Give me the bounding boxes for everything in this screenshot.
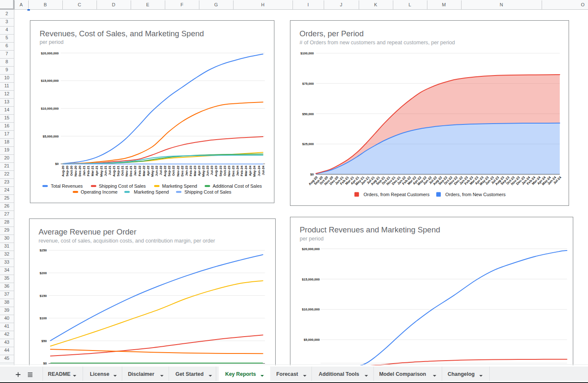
svg-text:Dec-21: Dec-21 — [129, 165, 133, 176]
svg-text:Apr-22: Apr-22 — [146, 165, 150, 176]
svg-text:$0: $0 — [310, 173, 314, 176]
svg-text:$20,000,000: $20,000,000 — [40, 51, 58, 55]
svg-text:Mar-22: Mar-22 — [142, 165, 145, 176]
svg-text:Feb-23: Feb-23 — [188, 165, 192, 176]
svg-text:Product Revenues and Marketing: Product Revenues and Marketing Spend — [300, 225, 440, 234]
svg-text:Mar-23: Mar-23 — [193, 165, 196, 176]
svg-text:$100,000: $100,000 — [301, 51, 314, 55]
svg-text:Aug-20: Aug-20 — [61, 165, 64, 177]
svg-text:Jan-23: Jan-23 — [184, 165, 188, 176]
svg-text:Dec-22: Dec-22 — [180, 165, 184, 176]
svg-text:# of Orders from new customers: # of Orders from new customers and repea… — [300, 40, 455, 46]
svg-text:Marketing Spend: Marketing Spend — [134, 189, 169, 194]
svg-text:Feb-24: Feb-24 — [240, 165, 244, 176]
svg-text:Shipping Cost of Sales: Shipping Cost of Sales — [99, 183, 146, 189]
svg-text:May-24: May-24 — [252, 165, 256, 177]
svg-text:$15,000,000: $15,000,000 — [40, 79, 58, 83]
svg-text:Total Revenues: Total Revenues — [51, 183, 83, 189]
svg-text:$5,000,000: $5,000,000 — [303, 338, 320, 342]
svg-text:$150: $150 — [40, 294, 47, 297]
svg-text:Orders, per Period: Orders, per Period — [300, 29, 364, 38]
svg-text:Jun-23: Jun-23 — [206, 165, 209, 176]
svg-text:Feb-22: Feb-22 — [137, 165, 141, 176]
svg-text:Marketing Spend: Marketing Spend — [162, 183, 197, 189]
svg-text:Apr-24: Apr-24 — [248, 165, 252, 176]
svg-text:$25,000: $25,000 — [302, 142, 314, 146]
svg-text:Mar-24: Mar-24 — [244, 165, 248, 176]
svg-text:Orders, from Repeat Customers: Orders, from Repeat Customers — [364, 192, 430, 197]
svg-text:Jul-24: Jul-24 — [261, 165, 265, 175]
svg-text:Jan-24: Jan-24 — [235, 165, 239, 176]
svg-text:per period: per period — [300, 236, 324, 242]
svg-text:Oct-21: Oct-21 — [121, 165, 124, 176]
svg-text:$250: $250 — [40, 248, 47, 252]
svg-text:$50: $50 — [41, 339, 47, 343]
svg-text:$100: $100 — [40, 316, 47, 320]
svg-text:Shipping Cost of Sales: Shipping Cost of Sales — [184, 189, 231, 194]
svg-text:May-23: May-23 — [201, 165, 205, 177]
svg-text:Oct-23: Oct-23 — [223, 165, 226, 176]
svg-text:Jan-21: Jan-21 — [82, 165, 86, 176]
svg-text:Mar-21: Mar-21 — [91, 165, 94, 176]
svg-text:Jun-22: Jun-22 — [154, 165, 158, 176]
svg-text:Apr-23: Apr-23 — [197, 165, 201, 176]
svg-text:Jan-22: Jan-22 — [133, 165, 137, 176]
svg-text:Sep-20: Sep-20 — [65, 165, 69, 176]
svg-text:Aug-23: Aug-23 — [214, 165, 218, 177]
svg-text:Average Revenue per Order: Average Revenue per Order — [38, 227, 136, 236]
svg-text:$0: $0 — [55, 162, 58, 166]
svg-text:Revenues, Cost of Sales, and M: Revenues, Cost of Sales, and Marketing S… — [40, 29, 204, 38]
svg-text:Sep-22: Sep-22 — [167, 165, 171, 176]
svg-text:$75,000: $75,000 — [302, 82, 314, 86]
svg-text:$5,000,000: $5,000,000 — [43, 135, 59, 138]
svg-text:Jun-24: Jun-24 — [257, 165, 260, 176]
svg-text:Aug-21: Aug-21 — [112, 165, 115, 177]
svg-text:Oct-20: Oct-20 — [69, 165, 73, 176]
svg-text:Dec-23: Dec-23 — [231, 165, 235, 176]
svg-text:Jul-21: Jul-21 — [107, 165, 111, 175]
svg-text:Additional Cost of Sales: Additional Cost of Sales — [212, 183, 262, 189]
svg-text:Nov-23: Nov-23 — [227, 165, 231, 177]
svg-text:May-22: May-22 — [150, 165, 154, 177]
svg-text:Nov-22: Nov-22 — [176, 165, 180, 177]
svg-text:Dec-20: Dec-20 — [78, 165, 82, 176]
svg-text:Sep-21: Sep-21 — [116, 165, 120, 176]
svg-text:$10,000,000: $10,000,000 — [302, 307, 320, 311]
svg-text:$50,000: $50,000 — [302, 112, 314, 116]
svg-text:$15,000,000: $15,000,000 — [302, 277, 320, 281]
svg-text:Jul-22: Jul-22 — [159, 165, 163, 175]
svg-text:Nov-20: Nov-20 — [73, 165, 77, 177]
svg-text:Oct-22: Oct-22 — [172, 165, 175, 176]
svg-text:Operating Income: Operating Income — [81, 189, 117, 194]
svg-text:$10,000,000: $10,000,000 — [40, 107, 58, 111]
svg-text:Jul-23: Jul-23 — [210, 165, 214, 175]
svg-text:May-21: May-21 — [99, 165, 103, 177]
svg-text:Nov-21: Nov-21 — [125, 165, 129, 177]
svg-text:$20,000,000: $20,000,000 — [302, 247, 320, 251]
svg-text:Aug-22: Aug-22 — [163, 165, 167, 177]
svg-text:Orders, from New Customers: Orders, from New Customers — [446, 192, 506, 197]
svg-text:Jun-21: Jun-21 — [103, 165, 107, 176]
svg-text:Apr-21: Apr-21 — [95, 165, 99, 176]
svg-text:Feb-21: Feb-21 — [86, 165, 90, 176]
svg-text:$200: $200 — [40, 271, 47, 275]
svg-text:per period: per period — [40, 39, 64, 45]
svg-text:Sep-23: Sep-23 — [218, 165, 222, 176]
svg-text:revenue, cost of sales, acquis: revenue, cost of sales, acquisition cost… — [38, 238, 215, 244]
